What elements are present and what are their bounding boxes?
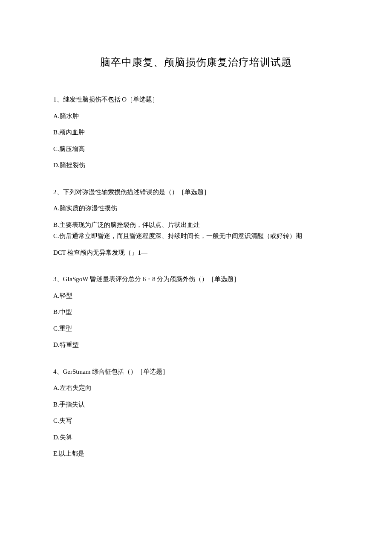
option-a: A.轻型 — [53, 291, 339, 301]
option-c: C.脑压增高 — [53, 144, 339, 154]
option-d: DCT 检查颅内无异常发现（」1— — [53, 248, 339, 258]
option-a: A.脑实质的弥漫性损伤 — [53, 203, 339, 213]
question-stem: 2、下列对弥漫性轴索损伤描述错误的是（）［单选题］ — [53, 187, 339, 197]
question-stem: 1、继发性脑损伤不包括 O［单选题］ — [53, 95, 339, 105]
question-stem: 4、GerStmam 综合征包括（）［单选题］ — [53, 367, 339, 377]
option-a: A.脑水肿 — [53, 111, 339, 121]
question-3: 3、GIaSgoW 昏迷量表评分总分 6・8 分为颅脑外伤（）［单选题］ A.轻… — [53, 274, 339, 350]
page-title: 脑卒中康复、颅脑损伤康复治疗培训试题 — [53, 55, 339, 69]
option-d-text: DCT 检查颅内无异常发现（」1— — [53, 249, 147, 256]
option-e: E.以上都是 — [53, 449, 339, 459]
option-c: C.重型 — [53, 324, 339, 334]
question-1: 1、继发性脑损伤不包括 O［单选题］ A.脑水肿 B.颅内血肿 C.脑压增高 D… — [53, 95, 339, 170]
option-b: B.中型 — [53, 307, 339, 317]
question-2: 2、下列对弥漫性轴索损伤描述错误的是（）［单选题］ A.脑实质的弥漫性损伤 B.… — [53, 187, 339, 258]
question-stem: 3、GIaSgoW 昏迷量表评分总分 6・8 分为颅脑外伤（）［单选题］ — [53, 274, 339, 284]
option-b: B.主要表现为广泛的脑挫裂伤，伴以点、片状出血灶 — [53, 220, 339, 230]
option-d: D.脑挫裂伤 — [53, 160, 339, 170]
option-b: B.颅内血肿 — [53, 128, 339, 137]
option-a: A.左右失定向 — [53, 383, 339, 393]
option-d: D.失算 — [53, 433, 339, 442]
option-c: C.伤后通常立即昏迷，而且昏迷程度深、持续时间长，一般无中间意识清醒（或好转）期 — [53, 231, 339, 241]
question-4: 4、GerStmam 综合征包括（）［单选题］ A.左右失定向 B.手指失认 C… — [53, 367, 339, 459]
option-d: D.特重型 — [53, 340, 339, 350]
option-b: B.手指失认 — [53, 400, 339, 410]
option-c: C.失写 — [53, 416, 339, 426]
